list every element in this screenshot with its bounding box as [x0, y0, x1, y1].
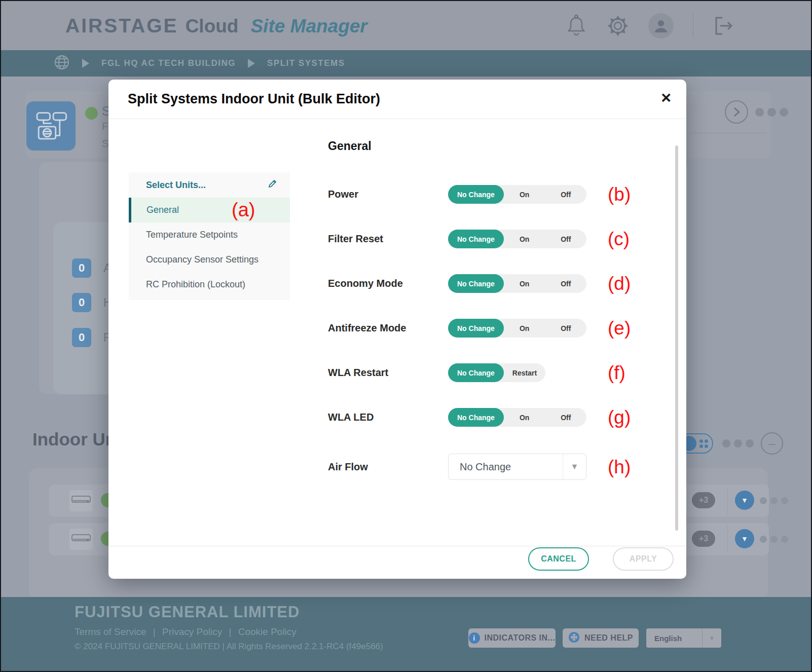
setting-row-economy-mode: Economy Mode No Change On Off	[328, 274, 612, 293]
nav-item-label: General	[146, 205, 179, 215]
setting-label: Power	[328, 189, 448, 200]
bulk-editor-dialog: Split Systems Indoor Unit (Bulk Editor) …	[108, 80, 686, 579]
antifreeze-mode-segmented-control: No Change On Off	[448, 319, 586, 338]
info-icon: i	[469, 632, 480, 644]
option-no-change-selected[interactable]: No Change	[448, 274, 504, 293]
card-menu-ellipsis-icon[interactable]	[755, 108, 788, 117]
option-off[interactable]: Off	[545, 414, 586, 422]
notifications-bell-icon[interactable]	[565, 15, 587, 37]
option-on[interactable]: On	[504, 191, 545, 199]
air-flow-dropdown[interactable]: No Change ▼	[448, 454, 586, 480]
row-divider	[727, 525, 728, 553]
row-menu-ellipsis-icon[interactable]	[760, 497, 788, 504]
setting-row-air-flow: Air Flow No Change ▼	[328, 454, 612, 480]
economy-mode-segmented-control: No Change On Off	[448, 274, 586, 293]
language-dropdown-arrow-icon: ▼	[702, 628, 721, 648]
air-flow-value: No Change	[449, 461, 563, 473]
need-help-button[interactable]: NEED HELP	[563, 628, 639, 648]
option-on[interactable]: On	[504, 280, 545, 288]
user-avatar[interactable]	[648, 13, 674, 39]
dialog-header: Split Systems Indoor Unit (Bulk Editor) …	[108, 80, 686, 119]
annotation-e: (e)	[608, 319, 631, 338]
option-off[interactable]: Off	[545, 324, 586, 332]
nav-item-temperature-setpoints[interactable]: Temperature Setpoints	[129, 222, 290, 247]
annotation-f: (f)	[608, 363, 625, 382]
option-on[interactable]: On	[504, 235, 545, 243]
select-units-button[interactable]: Select Units...	[129, 172, 290, 198]
language-value: English	[646, 634, 702, 643]
link-separator: |	[229, 626, 232, 637]
expand-chevron-icon[interactable]	[725, 100, 748, 124]
wla-led-segmented-control: No Change On Off	[448, 408, 586, 427]
settings-gear-icon[interactable]	[607, 15, 629, 37]
collapse-minus-icon[interactable]: –	[761, 432, 783, 455]
counter-value: 0	[72, 258, 91, 278]
nav-item-occupancy-sensor-settings[interactable]: Occupancy Sensor Settings	[129, 247, 290, 272]
setting-row-wla-restart: WLA Restart No Change Restart	[328, 363, 612, 382]
option-no-change-selected[interactable]: No Change	[448, 185, 504, 204]
breadcrumb-arrow-icon	[82, 59, 89, 68]
dropdown-arrow-icon: ▼	[563, 454, 586, 479]
wla-restart-segmented-control: No Change Restart	[448, 363, 545, 382]
app-screen: AIRSTAGE Cloud Site Manager	[0, 0, 812, 672]
setting-label: Antifreeze Mode	[328, 322, 448, 334]
nav-item-rc-prohibition[interactable]: RC Prohibition (Lockout)	[129, 272, 290, 297]
grid-view-icon	[699, 439, 708, 448]
edit-pencil-icon[interactable]	[268, 179, 277, 191]
nav-item-general[interactable]: General (a)	[129, 198, 290, 222]
link-separator: |	[153, 626, 156, 637]
dialog-scrollbar[interactable]	[675, 145, 678, 531]
breadcrumb-arrow-icon	[248, 59, 255, 68]
terms-link[interactable]: Terms of Service	[75, 626, 146, 637]
row-expand-arrow-icon[interactable]: ▼	[735, 491, 754, 510]
breadcrumb-section[interactable]: SPLIT SYSTEMS	[267, 58, 345, 68]
power-segmented-control: No Change On Off	[448, 185, 586, 204]
footer-copyright: © 2024 FUJITSU GENERAL LIMITED | All Rig…	[75, 642, 383, 652]
product-site-manager: Site Manager	[250, 16, 367, 37]
option-off[interactable]: Off	[545, 280, 586, 288]
cancel-button[interactable]: CANCEL	[528, 547, 589, 571]
setting-row-antifreeze-mode: Antifreeze Mode No Change On Off	[328, 319, 612, 338]
globe-icon[interactable]	[54, 54, 70, 73]
dialog-nav: Select Units... General (a) Temperature …	[129, 172, 290, 300]
language-select[interactable]: English ▼	[646, 628, 721, 648]
option-on[interactable]: On	[504, 414, 545, 422]
nav-item-label: Temperature Setpoints	[146, 230, 238, 240]
app-logo: AIRSTAGE Cloud Site Manager	[65, 15, 367, 37]
option-off[interactable]: Off	[545, 191, 586, 199]
option-restart[interactable]: Restart	[504, 369, 545, 377]
annotation-c: (c)	[608, 230, 630, 248]
indicators-info-button[interactable]: i INDICATORS IN...	[468, 628, 556, 648]
status-dot	[85, 107, 98, 120]
setting-row-filter-reset: Filter Reset No Change On Off	[328, 230, 612, 248]
close-icon[interactable]: ×	[661, 89, 671, 106]
row-menu-ellipsis-icon[interactable]	[760, 536, 788, 543]
nav-item-label: Occupancy Sensor Settings	[146, 254, 259, 265]
breadcrumb-site[interactable]: FGL HQ AC TECH BUILDING	[101, 58, 236, 68]
setting-label: Economy Mode	[328, 278, 448, 289]
filter-reset-segmented-control: No Change On Off	[448, 230, 586, 248]
brand-cloud: Cloud	[186, 16, 239, 37]
option-no-change-selected[interactable]: No Change	[448, 319, 504, 338]
option-off[interactable]: Off	[545, 235, 586, 243]
annotation-a: (a)	[232, 201, 255, 219]
privacy-link[interactable]: Privacy Policy	[162, 626, 222, 637]
units-menu-ellipsis-icon[interactable]	[722, 439, 754, 447]
brand-airstage: AIRSTAGE	[65, 15, 178, 37]
wall-unit-icon	[69, 529, 93, 550]
annotation-b: (b)	[608, 185, 631, 204]
footer-company: FUJITSU GENERAL LIMITED	[75, 603, 300, 621]
row-divider	[727, 487, 728, 515]
annotation-g: (g)	[608, 408, 631, 427]
option-no-change-selected[interactable]: No Change	[448, 408, 504, 427]
logout-icon[interactable]	[713, 15, 735, 37]
breadcrumb: FGL HQ AC TECH BUILDING SPLIT SYSTEMS	[1, 50, 811, 77]
cookie-link[interactable]: Cookie Policy	[238, 626, 297, 637]
row-expand-arrow-icon[interactable]: ▼	[735, 529, 754, 548]
option-no-change-selected[interactable]: No Change	[448, 363, 504, 382]
option-no-change-selected[interactable]: No Change	[448, 230, 504, 248]
help-lifering-icon	[568, 631, 580, 645]
page-footer: FUJITSU GENERAL LIMITED Terms of Service…	[1, 597, 811, 671]
apply-button[interactable]: APPLY	[613, 547, 674, 571]
option-on[interactable]: On	[504, 324, 545, 332]
